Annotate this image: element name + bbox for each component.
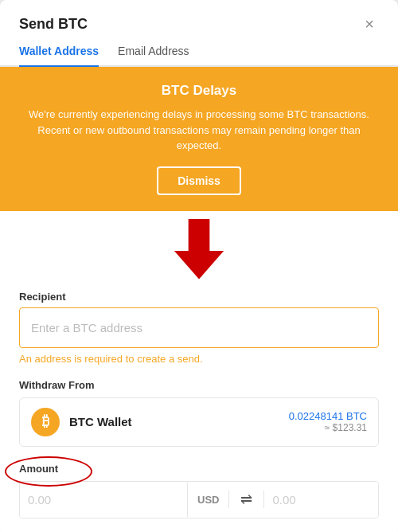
btc-icon: ₿: [31, 408, 60, 436]
amount-btc-input[interactable]: [264, 482, 379, 518]
withdraw-from-label: Withdraw From: [19, 379, 379, 391]
wallet-left: ₿ BTC Wallet: [31, 408, 132, 436]
btc-delay-banner: BTC Delays We're currently experiencing …: [0, 67, 398, 211]
svg-marker-0: [174, 219, 224, 280]
dismiss-button[interactable]: Dismiss: [157, 166, 241, 195]
arrow-graphic: [0, 219, 398, 283]
alert-body: We're currently experiencing delays in p…: [22, 107, 376, 154]
wallet-right: 0.02248141 BTC ≈ $123.31: [289, 410, 367, 433]
wallet-row[interactable]: ₿ BTC Wallet 0.02248141 BTC ≈ $123.31: [19, 397, 379, 447]
usd-currency-label: USD: [187, 483, 228, 517]
recipient-input[interactable]: [19, 307, 379, 348]
down-arrow-icon: [171, 219, 227, 283]
amount-section: Amount USD ⇌ BTC: [19, 461, 379, 518]
wallet-usd-balance: ≈ $123.31: [289, 422, 367, 433]
amount-label: Amount: [19, 463, 58, 475]
tab-bar: Wallet Address Email Address: [0, 45, 398, 67]
amount-label-wrap: Amount: [19, 463, 58, 481]
modal-title: Send BTC: [19, 16, 88, 33]
modal-header: Send BTC ×: [0, 0, 398, 33]
close-button[interactable]: ×: [360, 14, 379, 33]
amount-usd-input[interactable]: [20, 482, 187, 518]
recipient-error: An address is required to create a send.: [19, 353, 379, 365]
wallet-btc-balance: 0.02248141 BTC: [289, 410, 367, 422]
tab-email-address[interactable]: Email Address: [118, 45, 189, 65]
recipient-label: Recipient: [19, 291, 379, 303]
wallet-name: BTC Wallet: [69, 415, 132, 428]
swap-icon[interactable]: ⇌: [228, 491, 264, 508]
form-area: Recipient An address is required to crea…: [0, 283, 398, 533]
send-btc-modal: Send BTC × Wallet Address Email Address …: [0, 0, 398, 532]
alert-title: BTC Delays: [22, 83, 376, 99]
tab-wallet-address[interactable]: Wallet Address: [19, 45, 99, 65]
amount-row: USD ⇌ BTC: [19, 481, 379, 518]
